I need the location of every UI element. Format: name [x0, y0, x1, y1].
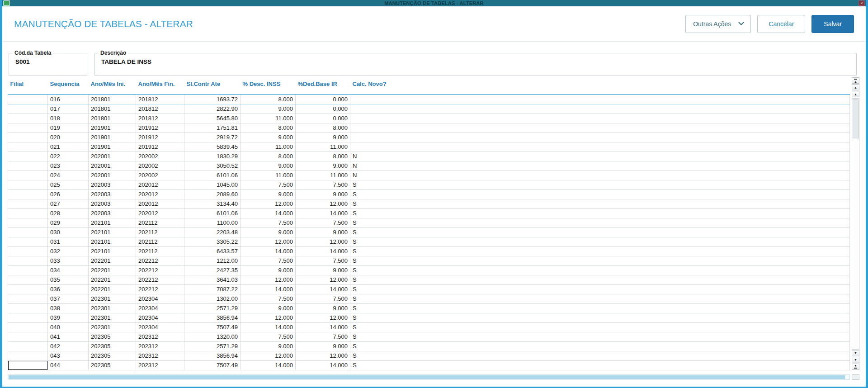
grid-cell-ano-mes-ini[interactable]: 202101 — [89, 237, 136, 246]
grid-cell-sl-contr-ate[interactable]: 1751.81 — [184, 123, 241, 132]
grid-cell-filial[interactable] — [8, 132, 48, 142]
table-row[interactable]: 0372023012023041302.007.5007.500S — [8, 294, 850, 303]
grid-cell-filial[interactable] — [8, 341, 48, 351]
grid-cell-sequencia[interactable]: 021 — [48, 142, 89, 151]
grid-cell-sequencia[interactable]: 037 — [48, 294, 89, 303]
table-row[interactable]: 0412023052023121320.007.5007.500S — [8, 332, 850, 341]
grid-cell-perc-desc-inss[interactable]: 7.500 — [241, 256, 296, 265]
horizontal-scrollbar[interactable] — [8, 374, 850, 380]
grid-cell-perc-desc-inss[interactable]: 9.000 — [241, 161, 296, 170]
grid-cell-calc-novo[interactable] — [350, 114, 850, 123]
grid-cell-calc-novo[interactable]: S — [350, 332, 850, 341]
grid-cell-calc-novo[interactable]: S — [350, 351, 850, 360]
grid-cell-ano-mes-ini[interactable]: 202101 — [89, 246, 136, 256]
grid-cell-ano-mes-ini[interactable]: 202201 — [89, 284, 136, 294]
table-row[interactable]: 0342022012022122427.359.0009.000S — [8, 265, 850, 275]
table-row[interactable]: 0302021012021122203.489.0009.000S — [8, 227, 850, 237]
grid-cell-ano-mes-fin[interactable]: 202312 — [136, 332, 184, 341]
grid-cell-perc-ded-base-ir[interactable]: 14.000 — [296, 360, 350, 370]
scroll-page-up-button[interactable]: ▲ — [852, 84, 859, 90]
grid-cell-calc-novo[interactable]: S — [350, 284, 850, 294]
grid-cell-ano-mes-fin[interactable]: 201912 — [136, 132, 184, 142]
grid-cell-ano-mes-ini[interactable]: 202305 — [89, 332, 136, 341]
grid-cell-perc-desc-inss[interactable]: 14.000 — [241, 284, 296, 294]
grid-cell-ano-mes-ini[interactable]: 202101 — [89, 218, 136, 227]
grid-cell-sequencia[interactable]: 038 — [48, 303, 89, 313]
scroll-page-down-button[interactable]: ▼ — [852, 357, 859, 363]
grid-cell-sl-contr-ate[interactable]: 2571.29 — [184, 341, 241, 351]
grid-cell-perc-desc-inss[interactable]: 8.000 — [241, 151, 296, 161]
table-row[interactable]: 0202019012019122919.729.0009.000 — [8, 132, 850, 142]
grid-cell-sl-contr-ate[interactable]: 6433.57 — [184, 246, 241, 256]
grid-cell-perc-ded-base-ir[interactable]: 9.000 — [296, 132, 350, 142]
grid-cell-filial[interactable] — [8, 246, 48, 256]
vertical-scroll-track[interactable] — [852, 98, 859, 350]
grid-cell-perc-desc-inss[interactable]: 14.000 — [241, 246, 296, 256]
grid-cell-calc-novo[interactable] — [350, 142, 850, 151]
grid-cell-ano-mes-fin[interactable]: 202304 — [136, 313, 184, 322]
table-row[interactable]: 0432023052023123856.9412.00012.000S — [8, 351, 850, 360]
grid-cell-sequencia[interactable]: 027 — [48, 199, 89, 208]
grid-cell-ano-mes-ini[interactable]: 202201 — [89, 256, 136, 265]
grid-cell-sequencia[interactable]: 023 — [48, 161, 89, 170]
scroll-down-button[interactable]: ▼ — [852, 350, 859, 356]
table-row[interactable]: 0442023052023127507.4914.00014.000S — [8, 360, 850, 370]
grid-cell-ano-mes-fin[interactable]: 201812 — [136, 114, 184, 123]
close-icon[interactable]: × — [859, 0, 865, 6]
grid-cell-sequencia[interactable]: 020 — [48, 132, 89, 142]
table-row[interactable]: 0272020032020123134.4012.00012.000S — [8, 199, 850, 208]
grid-cell-sl-contr-ate[interactable]: 7507.49 — [184, 322, 241, 332]
grid-cell-sl-contr-ate[interactable]: 3134.40 — [184, 199, 241, 208]
grid-cell-perc-desc-inss[interactable]: 9.000 — [241, 104, 296, 114]
grid-cell-ano-mes-ini[interactable]: 202003 — [89, 208, 136, 218]
grid-cell-calc-novo[interactable]: S — [350, 265, 850, 275]
column-header-ano-mes-ini[interactable]: Ano/Mês Ini. — [89, 77, 136, 95]
grid-cell-ano-mes-ini[interactable]: 202301 — [89, 313, 136, 322]
grid-cell-filial[interactable] — [8, 237, 48, 246]
grid-cell-perc-ded-base-ir[interactable]: 9.000 — [296, 189, 350, 199]
grid-cell-calc-novo[interactable]: S — [350, 256, 850, 265]
grid-cell-filial[interactable] — [8, 360, 48, 370]
table-row[interactable]: 0252020032020121045.007.5007.500S — [8, 180, 850, 189]
grid-cell-calc-novo[interactable]: S — [350, 237, 850, 246]
grid-cell-calc-novo[interactable]: S — [350, 199, 850, 208]
grid-cell-sequencia[interactable]: 040 — [48, 322, 89, 332]
grid-cell-perc-ded-base-ir[interactable]: 9.000 — [296, 303, 350, 313]
grid-cell-ano-mes-ini[interactable]: 201801 — [89, 114, 136, 123]
grid-cell-perc-desc-inss[interactable]: 12.000 — [241, 351, 296, 360]
grid-cell-perc-desc-inss[interactable]: 11.000 — [241, 114, 296, 123]
grid-cell-ano-mes-fin[interactable]: 202112 — [136, 227, 184, 237]
grid-cell-perc-ded-base-ir[interactable]: 14.000 — [296, 284, 350, 294]
grid-cell-sequencia[interactable]: 036 — [48, 284, 89, 294]
grid-cell-calc-novo[interactable]: S — [350, 294, 850, 303]
grid-cell-sequencia[interactable]: 022 — [48, 151, 89, 161]
grid-cell-filial[interactable] — [8, 303, 48, 313]
grid-cell-perc-ded-base-ir[interactable]: 0.000 — [296, 104, 350, 114]
grid-cell-ano-mes-ini[interactable]: 202301 — [89, 294, 136, 303]
grid-cell-calc-novo[interactable]: S — [350, 322, 850, 332]
grid-cell-perc-desc-inss[interactable]: 12.000 — [241, 275, 296, 284]
grid-cell-ano-mes-ini[interactable]: 202305 — [89, 360, 136, 370]
grid-cell-perc-ded-base-ir[interactable]: 7.500 — [296, 332, 350, 341]
grid-cell-ano-mes-fin[interactable]: 202212 — [136, 275, 184, 284]
grid-cell-ano-mes-fin[interactable]: 202012 — [136, 208, 184, 218]
grid-cell-perc-desc-inss[interactable]: 7.500 — [241, 180, 296, 189]
table-row[interactable]: 0242020012020026101.0611.00011.000N — [8, 170, 850, 180]
grid-cell-perc-desc-inss[interactable]: 11.000 — [241, 142, 296, 151]
grid-cell-ano-mes-fin[interactable]: 201912 — [136, 123, 184, 132]
table-row[interactable]: 0402023012023047507.4914.00014.000S — [8, 322, 850, 332]
grid-cell-sequencia[interactable]: 024 — [48, 170, 89, 180]
grid-cell-sl-contr-ate[interactable]: 1100.00 — [184, 218, 241, 227]
grid-cell-filial[interactable] — [8, 95, 48, 104]
grid-cell-ano-mes-ini[interactable]: 202001 — [89, 151, 136, 161]
grid-cell-perc-ded-base-ir[interactable]: 0.000 — [296, 114, 350, 123]
grid-cell-perc-ded-base-ir[interactable]: 9.000 — [296, 265, 350, 275]
grid-cell-calc-novo[interactable]: N — [350, 151, 850, 161]
grid-cell-perc-ded-base-ir[interactable]: 12.000 — [296, 199, 350, 208]
grid-cell-perc-ded-base-ir[interactable]: 9.000 — [296, 161, 350, 170]
table-row[interactable]: 0362022012022127087.2214.00014.000S — [8, 284, 850, 294]
grid-cell-sequencia[interactable]: 028 — [48, 208, 89, 218]
grid-cell-calc-novo[interactable]: S — [350, 303, 850, 313]
grid-cell-sequencia[interactable]: 018 — [48, 114, 89, 123]
grid-cell-ano-mes-ini[interactable]: 202301 — [89, 322, 136, 332]
